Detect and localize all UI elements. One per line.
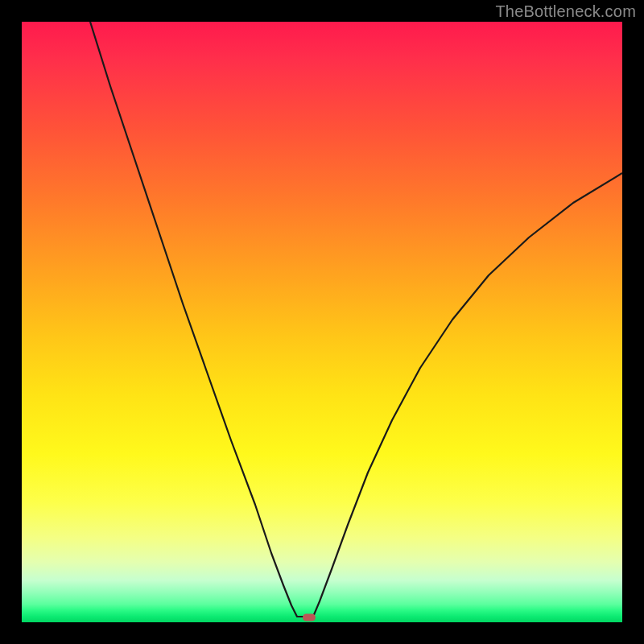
chart-frame: TheBottleneck.com xyxy=(0,0,644,644)
plot-area xyxy=(22,22,622,622)
optimal-point-marker xyxy=(303,614,316,621)
curve-path xyxy=(90,22,622,617)
watermark-text: TheBottleneck.com xyxy=(495,2,636,21)
bottleneck-curve xyxy=(22,22,622,622)
